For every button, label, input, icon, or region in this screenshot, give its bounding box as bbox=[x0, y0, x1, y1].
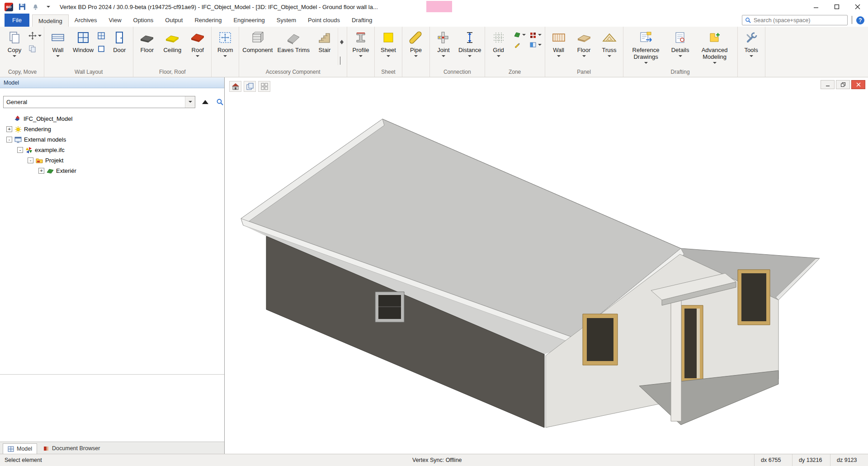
tab-bar-right-tools: ? bbox=[742, 15, 864, 25]
tree-item-projekt[interactable]: - Projekt bbox=[0, 155, 224, 166]
joint-icon bbox=[436, 29, 451, 46]
copy-icon bbox=[7, 29, 22, 46]
move-button[interactable] bbox=[28, 31, 42, 40]
close-button[interactable] bbox=[847, 0, 868, 14]
new-window-button[interactable] bbox=[244, 81, 256, 92]
notification-button[interactable] bbox=[31, 3, 39, 11]
stair-button[interactable]: Stair bbox=[312, 28, 337, 68]
component-button[interactable]: Component bbox=[241, 28, 274, 68]
tree-item-exterier[interactable]: + Exteriér bbox=[0, 166, 224, 176]
details-button[interactable]: Details bbox=[668, 28, 693, 68]
tab-modeling[interactable]: Modeling bbox=[32, 14, 69, 27]
chevron-up-icon bbox=[852, 16, 852, 24]
tab-file[interactable]: File bbox=[5, 14, 29, 27]
copy-special-button[interactable] bbox=[28, 44, 42, 53]
tab-archives[interactable]: Archives bbox=[69, 14, 103, 27]
tab-engineering[interactable]: Engineering bbox=[227, 14, 270, 27]
distance-button[interactable]: Distance bbox=[457, 28, 483, 68]
tab-view[interactable]: View bbox=[103, 14, 127, 27]
component-icon bbox=[250, 29, 265, 46]
document-browser-tab[interactable]: Document Browser bbox=[38, 443, 104, 454]
zone-grid-button[interactable] bbox=[529, 31, 542, 38]
collapse-ribbon-button[interactable] bbox=[852, 16, 852, 24]
eaves-icon bbox=[286, 29, 301, 46]
viewports-grid-button[interactable] bbox=[258, 81, 270, 92]
group-label: Accessory Component bbox=[241, 68, 345, 77]
zone-create-button[interactable] bbox=[514, 31, 526, 38]
tab-options[interactable]: Options bbox=[127, 14, 160, 27]
tab-rendering[interactable]: Rendering bbox=[189, 14, 227, 27]
gallery-expand-button[interactable] bbox=[340, 57, 344, 65]
tab-point-clouds[interactable]: Point clouds bbox=[302, 14, 346, 27]
advanced-modeling-button[interactable]: Advanced Modeling bbox=[693, 28, 736, 68]
wall-button[interactable]: Wall bbox=[46, 28, 70, 68]
tree-expander[interactable]: + bbox=[6, 126, 12, 132]
maximize-button[interactable] bbox=[826, 0, 847, 14]
tab-output[interactable]: Output bbox=[159, 14, 189, 27]
save-button[interactable] bbox=[18, 3, 26, 11]
pipe-button[interactable]: Pipe bbox=[404, 28, 428, 68]
minimize-button[interactable] bbox=[806, 0, 826, 14]
tree-item-external-models[interactable]: - External models bbox=[0, 134, 224, 145]
zone-display-button[interactable] bbox=[529, 41, 542, 48]
viewport-minimize-button[interactable] bbox=[821, 80, 835, 89]
titlebar: BD Vertex BD Pro 2024 / 30.0.9-beta (r19… bbox=[0, 0, 868, 14]
panel-wall-button[interactable]: Wall bbox=[547, 28, 571, 68]
tools-button[interactable]: Tools bbox=[739, 28, 764, 68]
pipe-icon bbox=[408, 29, 424, 46]
floor-button[interactable]: Floor bbox=[135, 28, 159, 68]
3d-viewport[interactable] bbox=[225, 77, 868, 454]
app-logo[interactable]: BD bbox=[5, 3, 13, 11]
tree-item-rendering[interactable]: + Rendering bbox=[0, 124, 224, 134]
door-button[interactable]: Door bbox=[107, 28, 132, 68]
window-button[interactable]: Window bbox=[71, 28, 95, 68]
panel-truss-button[interactable]: Truss bbox=[597, 28, 622, 68]
gallery-scroll-down-button[interactable] bbox=[340, 44, 344, 52]
window-grid-tool-button[interactable] bbox=[96, 31, 106, 40]
tree-expander[interactable]: + bbox=[38, 168, 44, 174]
panel-floor-icon bbox=[576, 29, 592, 46]
filter-combobox[interactable]: General bbox=[3, 96, 195, 108]
grid-button[interactable]: Grid bbox=[486, 28, 511, 68]
window-single-tool-button[interactable] bbox=[96, 44, 106, 53]
coordinate-readout: dx 6755 dy 13216 dz 9123 bbox=[754, 454, 868, 466]
ceiling-button[interactable]: Ceiling bbox=[160, 28, 184, 68]
profile-button[interactable]: Profile bbox=[349, 28, 373, 68]
room-button[interactable]: Room bbox=[213, 28, 237, 68]
tab-system[interactable]: System bbox=[271, 14, 302, 27]
tree-expander[interactable]: - bbox=[28, 157, 33, 163]
zone-red-icon bbox=[529, 31, 537, 38]
sheet-button[interactable]: Sheet bbox=[376, 28, 401, 68]
tree-search-button[interactable] bbox=[215, 97, 224, 106]
help-button[interactable]: ? bbox=[856, 16, 864, 24]
reference-drawings-button[interactable]: Reference Drawings bbox=[625, 28, 667, 68]
gallery-scroll-up-button[interactable] bbox=[340, 32, 344, 40]
search-input[interactable] bbox=[754, 17, 844, 24]
ribbon-group-zone: Grid Zone bbox=[485, 27, 545, 77]
combobox-dropdown-button[interactable] bbox=[185, 96, 195, 108]
panel-floor-button[interactable]: Floor bbox=[572, 28, 596, 68]
home-view-button[interactable] bbox=[229, 81, 241, 92]
tree-item-root[interactable]: IFC_Object_Model bbox=[0, 114, 224, 124]
eaves-trims-button[interactable]: Eaves Trims bbox=[275, 28, 311, 68]
model-tab[interactable]: Model bbox=[3, 443, 37, 454]
tree-item-example-ifc[interactable]: - example.ifc bbox=[0, 145, 224, 155]
copy-special-icon bbox=[28, 45, 37, 53]
door-icon bbox=[112, 29, 127, 46]
group-label bbox=[213, 68, 237, 77]
model-panel: Model General IFC_Object_Model bbox=[0, 77, 225, 454]
roof-button[interactable]: Roof bbox=[185, 28, 210, 68]
ifc-file-icon bbox=[25, 147, 33, 154]
tree-expander[interactable]: - bbox=[17, 147, 23, 153]
viewport-restore-button[interactable] bbox=[836, 80, 850, 89]
gallery-scroll-controls bbox=[338, 28, 345, 65]
joint-button[interactable]: Joint bbox=[431, 28, 456, 68]
zone-edit-button[interactable] bbox=[514, 41, 526, 48]
tab-drafting[interactable]: Drafting bbox=[346, 14, 378, 27]
viewport-close-button[interactable] bbox=[851, 80, 865, 89]
copy-button[interactable]: Copy bbox=[2, 28, 27, 68]
tree-expander[interactable]: - bbox=[6, 137, 12, 143]
minimize-icon bbox=[813, 4, 819, 10]
customize-toolbar-button[interactable] bbox=[44, 3, 52, 11]
collapse-tree-button[interactable] bbox=[201, 97, 210, 106]
